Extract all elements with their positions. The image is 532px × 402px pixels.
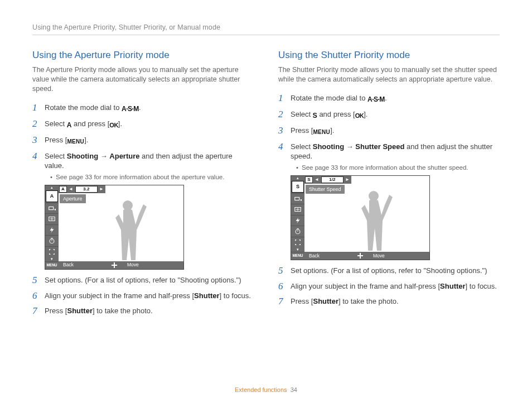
breadcrumb: Using the Aperture Priority, Shutter Pri… (32, 23, 500, 35)
svg-marker-15 (296, 218, 300, 224)
asm-icon: A·S·M (367, 95, 385, 104)
menu-icon: MENU (313, 128, 330, 136)
column-shutter: Using the Shutter Priority mode The Shut… (278, 50, 500, 322)
lcd-aperture: ▴ A ■ ▾ MENU A ◄ (45, 185, 184, 270)
arrow-left-icon: ◄ (67, 186, 75, 193)
lcd-cell-flash-icon (291, 215, 304, 226)
ok-icon: OK (355, 112, 364, 120)
footer-page: 34 (291, 386, 297, 393)
caret-up-icon: ▴ (291, 176, 304, 180)
lcd-sidebar: ▴ A ■ ▾ MENU (45, 185, 59, 269)
lcd-cell-ev-icon (291, 204, 304, 215)
svg-text:■: ■ (54, 207, 56, 210)
step-6: Align your subject in the frame and half… (278, 281, 500, 291)
bullet-aperture: See page 33 for more information about t… (50, 173, 254, 182)
step-1: Rotate the mode dial to A·S·M. (32, 103, 254, 113)
arrow-right-icon: ► (98, 186, 105, 193)
step-5: Set options. (For a list of options, ref… (278, 266, 500, 276)
lcd-move: Move (369, 253, 389, 259)
bullet-shutter: See page 33 for more information about t… (296, 164, 500, 173)
asm-icon: A·S·M (122, 104, 139, 113)
step-6: Align your subject in the frame and half… (32, 291, 254, 301)
lcd-top-letter: S (305, 176, 313, 183)
menu-icon: MENU (67, 138, 84, 146)
lcd-sidebar: ▴ S ■ ▾ MENU (291, 176, 304, 260)
caret-down-icon: ▾ (45, 257, 59, 261)
lcd-menu-label: MENU (45, 261, 59, 269)
lcd-cell-ev-icon (45, 213, 59, 224)
step-3: Press [MENU]. (32, 135, 254, 146)
step-7: Press [Shutter] to take the photo. (278, 296, 500, 307)
lcd-mode-letter: S (292, 181, 304, 193)
lcd-cell-timer-icon (45, 235, 59, 246)
step-1: Rotate the mode dial to A·S·M. (278, 93, 500, 104)
dpad-icon (112, 262, 120, 268)
lcd-cell-drive-icon: ■ (45, 203, 59, 214)
arrow-left-icon: ◄ (313, 177, 321, 183)
step-3: Press [MENU]. (278, 126, 500, 136)
lcd-cell-timer-icon (291, 226, 304, 237)
lcd-mode-letter: A (46, 190, 58, 202)
column-aperture: Using the Aperture Priority mode The Ape… (32, 50, 254, 322)
footer: Extended functions 34 (0, 386, 532, 393)
caret-down-icon: ▾ (291, 247, 304, 252)
caret-up-icon: ▴ (45, 185, 59, 190)
section-title-shutter: Using the Shutter Priority mode (278, 50, 500, 61)
ok-icon: OK (109, 121, 118, 130)
svg-text:■: ■ (300, 198, 302, 201)
step-4: Select Shooting → Shutter Speed and then… (278, 142, 500, 261)
mode-s-icon: S (313, 111, 317, 120)
lcd-menu-label: MENU (291, 252, 304, 260)
step-5: Set options. (For a list of options, ref… (32, 275, 254, 285)
lcd-shutter: ▴ S ■ ▾ MENU S ◄ (291, 175, 430, 260)
svg-rect-10 (295, 197, 299, 200)
lcd-cell-drive-icon: ■ (291, 193, 304, 204)
step-4: Select Shooting → Aperture and then adju… (32, 151, 254, 270)
intro-aperture: The Aperture Priority mode allows you to… (32, 65, 254, 94)
arrow-right-icon: ► (344, 177, 351, 183)
lcd-cell-focus-icon (291, 237, 304, 248)
lcd-cell-flash-icon (45, 224, 59, 236)
svg-rect-0 (49, 207, 54, 209)
step-2: Select S and press [OK]. (278, 109, 500, 120)
lcd-cell-focus-icon (45, 246, 59, 257)
person-silhouette (107, 198, 151, 264)
lcd-value: 1/2 (321, 176, 344, 183)
dpad-icon (357, 253, 366, 259)
lcd-back: Back (304, 253, 324, 259)
intro-shutter: The Shutter Priority mode allows you to … (278, 65, 500, 84)
lcd-top-letter: A (59, 186, 67, 193)
section-title-aperture: Using the Aperture Priority mode (32, 50, 254, 61)
lcd-move: Move (123, 262, 143, 268)
step-2: Select A and press [OK]. (32, 119, 254, 130)
person-silhouette (352, 188, 397, 254)
lcd-back: Back (59, 262, 78, 268)
step-7: Press [Shutter] to take the photo. (32, 306, 254, 316)
footer-section: Extended functions (235, 386, 287, 393)
svg-marker-5 (50, 227, 54, 233)
lcd-label: Aperture (60, 194, 86, 203)
lcd-value: 3.2 (75, 186, 98, 193)
lcd-label: Shutter Speed (306, 185, 345, 194)
